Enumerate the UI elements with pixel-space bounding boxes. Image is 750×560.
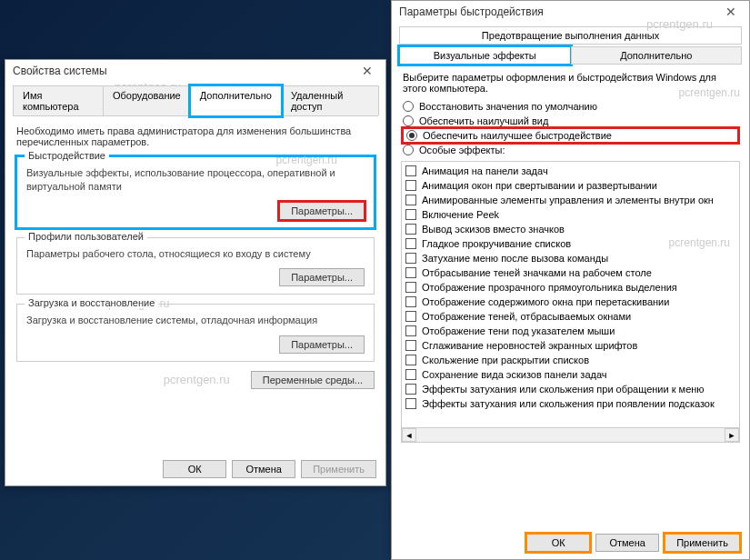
tab-strip: Визуальные эффекты Дополнительно <box>399 46 742 65</box>
effects-checklist[interactable]: Анимация на панели задачАнимация окон пр… <box>401 161 740 443</box>
effect-checkbox-row[interactable]: Гладкое прокручивание списков <box>405 236 735 251</box>
description-text: Выберите параметры оформления и быстроде… <box>403 72 738 94</box>
panel-body: Необходимо иметь права администратора дл… <box>5 116 385 398</box>
tab-hardware[interactable]: Оборудование <box>103 85 191 115</box>
effect-checkbox-row[interactable]: Анимация окон при свертывании и разверты… <box>405 178 735 193</box>
performance-settings-button[interactable]: Параметры... <box>279 202 365 220</box>
effect-checkbox-row[interactable]: Отображение содержимого окна при перетас… <box>405 295 735 309</box>
checkbox-icon <box>405 384 416 395</box>
radio-best-appearance[interactable]: Обеспечить наилучший вид <box>403 114 738 128</box>
checkbox-icon <box>405 195 416 205</box>
startup-group: Загрузка и восстановление Загрузка и вос… <box>16 304 375 361</box>
effect-label: Отображение теней, отбрасываемых окнами <box>422 311 631 322</box>
watermark: pcrentgen.ru <box>164 373 230 386</box>
dialog-buttons: ОК Отмена Применить <box>526 534 740 552</box>
checkbox-icon <box>405 282 416 293</box>
checkbox-icon <box>405 180 416 191</box>
effect-label: Эффекты затухания или скольжения при обр… <box>422 384 705 395</box>
tab-dep[interactable]: Предотвращение выполнения данных <box>399 26 742 45</box>
profiles-settings-button[interactable]: Параметры... <box>279 268 365 286</box>
effect-label: Гладкое прокручивание списков <box>422 238 571 249</box>
profiles-group: Профили пользователей Параметры рабочего… <box>16 237 375 295</box>
checkbox-icon <box>405 311 416 322</box>
scroll-left-icon[interactable]: ◄ <box>402 428 416 442</box>
group-title-performance: Быстродействие <box>25 150 109 161</box>
effect-checkbox-row[interactable]: Отображение прозрачного прямоугольника в… <box>405 280 735 295</box>
effect-label: Отображение содержимого окна при перетас… <box>422 296 669 307</box>
startup-settings-button[interactable]: Параметры... <box>279 335 365 354</box>
effect-label: Отбрасывание теней значками на рабочем с… <box>422 267 652 278</box>
effect-label: Скольжение при раскрытии списков <box>422 355 589 365</box>
cancel-button[interactable]: Отмена <box>595 534 659 552</box>
system-properties-window: Свойства системы ✕ pcrentgen.ru Имя комп… <box>5 59 386 486</box>
effect-checkbox-row[interactable]: Эффекты затухания или скольжения при поя… <box>405 396 735 411</box>
effect-checkbox-row[interactable]: Анимация на панели задач <box>405 164 735 178</box>
checkbox-icon <box>405 398 416 409</box>
checkbox-icon <box>405 209 416 220</box>
window-title: Свойства системы <box>13 65 107 77</box>
checkbox-icon <box>405 296 416 307</box>
effect-checkbox-row[interactable]: Отображение тени под указателем мыши <box>405 324 735 338</box>
checkbox-icon <box>405 224 416 235</box>
ok-button[interactable]: ОК <box>526 534 590 552</box>
effect-checkbox-row[interactable]: Вывод эскизов вместо значков <box>405 222 735 236</box>
effect-label: Отображение тени под указателем мыши <box>422 325 615 336</box>
effect-checkbox-row[interactable]: Отображение теней, отбрасываемых окнами <box>405 309 735 324</box>
close-icon[interactable]: ✕ <box>720 5 742 19</box>
effect-label: Анимированные элементы управления и элем… <box>422 195 714 205</box>
tab-computer-name[interactable]: Имя компьютера <box>13 85 104 115</box>
environment-variables-button[interactable]: Переменные среды... <box>251 371 375 389</box>
titlebar: Свойства системы ✕ <box>5 60 385 82</box>
apply-button[interactable]: Применить <box>665 534 740 552</box>
effect-label: Сохранение вида эскизов панели задач <box>422 369 607 380</box>
effect-checkbox-row[interactable]: Анимированные элементы управления и элем… <box>405 193 735 207</box>
radio-restore-defaults[interactable]: Восстановить значения по умолчанию <box>403 99 738 114</box>
checkbox-icon <box>405 325 416 336</box>
horizontal-scrollbar[interactable]: ◄ ► <box>402 427 739 442</box>
radio-label: Восстановить значения по умолчанию <box>419 101 597 112</box>
group-title-profiles: Профили пользователей <box>25 231 147 242</box>
tab-strip: Имя компьютера Оборудование Дополнительн… <box>13 85 378 116</box>
checkbox-icon <box>405 165 416 176</box>
radio-custom[interactable]: Особые эффекты: <box>403 143 738 157</box>
radio-icon <box>403 115 414 126</box>
apply-button[interactable]: Применить <box>301 460 376 478</box>
radio-label: Обеспечить наилучший вид <box>419 115 548 126</box>
effect-checkbox-row[interactable]: Сглаживание неровностей экранных шрифтов <box>405 338 735 353</box>
tab-remote[interactable]: Удаленный доступ <box>281 85 379 115</box>
tab-advanced[interactable]: Дополнительно <box>190 85 282 116</box>
effect-label: Отображение прозрачного прямоугольника в… <box>422 282 677 293</box>
checkbox-icon <box>405 369 416 380</box>
effect-checkbox-row[interactable]: Эффекты затухания или скольжения при обр… <box>405 382 735 396</box>
radio-label: Обеспечить наилучшее быстродействие <box>423 130 612 141</box>
effect-label: Включение Peek <box>422 209 499 220</box>
effect-checkbox-row[interactable]: Скольжение при раскрытии списков <box>405 353 735 367</box>
cancel-button[interactable]: Отмена <box>232 460 295 478</box>
close-icon[interactable]: ✕ <box>356 64 378 78</box>
radio-icon <box>403 101 414 112</box>
checkbox-icon <box>405 355 416 365</box>
effect-checkbox-row[interactable]: Отбрасывание теней значками на рабочем с… <box>405 265 735 280</box>
radio-icon <box>406 130 417 141</box>
scroll-right-icon[interactable]: ► <box>725 428 739 442</box>
titlebar: Параметры быстродействия ✕ <box>392 1 749 23</box>
effect-checkbox-row[interactable]: Включение Peek <box>405 207 735 222</box>
ok-button[interactable]: ОК <box>163 460 226 478</box>
effect-checkbox-row[interactable]: Сохранение вида эскизов панели задач <box>405 367 735 382</box>
performance-group: Быстродействие pcrentgen.ru Визуальные э… <box>16 156 375 228</box>
radio-best-performance[interactable]: Обеспечить наилучшее быстродействие <box>403 128 738 143</box>
tab-visual-effects[interactable]: Визуальные эффекты <box>399 46 571 65</box>
radio-label: Особые эффекты: <box>419 145 505 155</box>
tab-advanced[interactable]: Дополнительно <box>571 46 743 65</box>
checkbox-icon <box>405 253 416 264</box>
effect-label: Анимация на панели задач <box>422 165 548 176</box>
watermark: pcrentgen.ru <box>276 154 337 166</box>
group-text: Параметры рабочего стола, относящиеся ко… <box>26 247 365 261</box>
performance-options-window: Параметры быстродействия ✕ pcrentgen.ru … <box>391 0 750 560</box>
effect-label: Эффекты затухания или скольжения при поя… <box>422 398 715 409</box>
effect-checkbox-row[interactable]: Затухание меню после вызова команды <box>405 251 735 265</box>
checkbox-icon <box>405 267 416 278</box>
effect-label: Анимация окон при свертывании и разверты… <box>422 180 657 191</box>
group-title-startup: Загрузка и восстановление <box>25 297 158 308</box>
effect-label: Затухание меню после вызова команды <box>422 253 608 264</box>
